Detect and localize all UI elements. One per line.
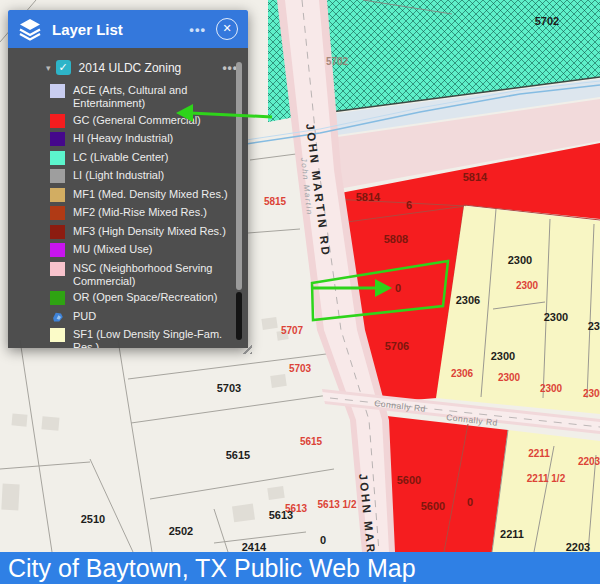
parcel-label: 5600 xyxy=(421,500,445,512)
app-title: City of Baytown, TX Public Web Map xyxy=(0,552,600,584)
or-swatch-icon xyxy=(50,291,65,305)
legend-item-mu[interactable]: MU (Mixed Use) xyxy=(50,243,248,258)
parcel-label: 2211 1/2 xyxy=(527,473,566,484)
parcel-label: 5702 xyxy=(326,56,349,67)
panel-title: Layer List xyxy=(52,21,189,38)
legend-item-mf1[interactable]: MF1 (Med. Density Mixed Res.) xyxy=(50,188,248,203)
parcel-label: 5615 xyxy=(226,449,250,461)
parcel-label: 2203 xyxy=(578,456,600,467)
panel-menu-button[interactable]: ••• xyxy=(189,22,206,37)
mf1-swatch-icon xyxy=(50,188,65,202)
legend-list: ACE (Arts, Cultural and Entertainment)GC… xyxy=(8,84,248,348)
parcel-label: 2300 xyxy=(588,320,600,332)
hi-swatch-icon xyxy=(50,132,65,146)
parcel-label: 5706 xyxy=(385,340,409,352)
parcel-label: 2300 xyxy=(540,383,563,394)
layers-icon xyxy=(18,17,42,41)
layer-list-panel: Layer List ••• ✕ ▾ ✓ 2014 ULDC Zoning ••… xyxy=(8,10,248,348)
legend-item-hi[interactable]: HI (Heavy Industrial) xyxy=(50,132,248,147)
legend-label: OR (Open Space/Recreation) xyxy=(73,291,217,304)
layer-checkbox[interactable]: ✓ xyxy=(56,60,71,75)
legend-item-mf3[interactable]: MF3 (High Density Mixed Res.) xyxy=(50,225,248,240)
parcel-label: 5707 xyxy=(281,325,304,336)
parcel-label: 5814 xyxy=(463,171,488,183)
parcel-label: 5613 1/2 xyxy=(318,499,357,510)
scrollbar-thumb[interactable] xyxy=(236,62,242,290)
mf2-swatch-icon xyxy=(50,206,65,220)
layer-list-header[interactable]: Layer List ••• ✕ xyxy=(8,10,248,48)
layer-name: 2014 ULDC Zoning xyxy=(79,61,223,75)
parcel-label: 2300 xyxy=(491,350,515,362)
parcel-label: 2306 xyxy=(456,294,480,306)
parcel-label: 5702 xyxy=(535,15,559,27)
legend-item-pud[interactable]: PUD xyxy=(50,310,248,325)
parcel-label: 2300 xyxy=(583,388,600,399)
parcel-label: 5615 xyxy=(300,436,323,447)
legend-item-ace[interactable]: ACE (Arts, Cultural and Entertainment) xyxy=(50,84,248,110)
legend-label: MF2 (Mid-Rise Mixed Res.) xyxy=(73,206,207,219)
pud-swatch-icon xyxy=(50,310,65,324)
legend-label: MF3 (High Density Mixed Res.) xyxy=(73,225,226,238)
parcel-label: 2306 xyxy=(451,368,474,379)
parcel-label: 5815 xyxy=(264,196,287,207)
layer-row-2014-uldc-zoning[interactable]: ▾ ✓ 2014 ULDC Zoning ••• xyxy=(8,48,248,75)
pud-icon xyxy=(50,310,65,324)
parcel-label: 5814 xyxy=(356,191,381,203)
legend-label: PUD xyxy=(73,310,96,323)
parcel-label: 2300 xyxy=(508,254,532,266)
legend-item-gc[interactable]: GC (General Commercial) xyxy=(50,114,248,129)
legend-item-sf1[interactable]: SF1 (Low Density Single-Fam. Res.) xyxy=(50,328,248,348)
legend-label: LI (Light Industrial) xyxy=(73,169,164,182)
parcel-label: 5703 xyxy=(289,363,312,374)
legend-label: MU (Mixed Use) xyxy=(73,243,152,256)
ace-swatch-icon xyxy=(50,84,65,98)
legend-item-li[interactable]: LI (Light Industrial) xyxy=(50,169,248,184)
mf3-swatch-icon xyxy=(50,225,65,239)
parcel-label: 5808 xyxy=(384,233,408,245)
nsc-swatch-icon xyxy=(50,262,65,276)
parcel-label: 6 xyxy=(406,199,412,211)
parcel-label: 2300 xyxy=(498,372,521,383)
mu-swatch-icon xyxy=(50,243,65,257)
parcel-label: 0 xyxy=(320,534,326,546)
chevron-down-icon[interactable]: ▾ xyxy=(46,63,51,73)
legend-label: MF1 (Med. Density Mixed Res.) xyxy=(73,188,228,201)
sf1-swatch-icon xyxy=(50,328,65,342)
legend-label: GC (General Commercial) xyxy=(73,114,201,127)
parcel-label: 2211 xyxy=(528,448,550,459)
parcel-label: 5600 xyxy=(397,474,421,486)
legend-label: NSC (Neighborhood Serving Commercial) xyxy=(73,262,231,288)
parcel-label: 2510 xyxy=(81,513,105,525)
legend-item-nsc[interactable]: NSC (Neighborhood Serving Commercial) xyxy=(50,262,248,288)
lc-swatch-icon xyxy=(50,151,65,165)
legend-item-lc[interactable]: LC (Livable Center) xyxy=(50,151,248,166)
parcel-label: 2300 xyxy=(544,311,568,323)
legend-label: HI (Heavy Industrial) xyxy=(73,132,173,145)
parcel-label: 5703 xyxy=(217,382,241,394)
parcel-label: 0 xyxy=(395,282,401,294)
legend-label: ACE (Arts, Cultural and Entertainment) xyxy=(73,84,231,110)
parcel-label: 2300 xyxy=(516,280,539,291)
legend-label: LC (Livable Center) xyxy=(73,151,168,164)
parcel-label: 5613 xyxy=(269,509,293,521)
parcel-label: 2203 xyxy=(566,541,590,552)
legend-item-mf2[interactable]: MF2 (Mid-Rise Mixed Res.) xyxy=(50,206,248,221)
footer-bar: City of Baytown, TX Public Web Map xyxy=(0,552,600,584)
parcel-label: 0 xyxy=(467,496,473,508)
parcel-label: 2502 xyxy=(169,525,193,537)
legend-item-or[interactable]: OR (Open Space/Recreation) xyxy=(50,291,248,306)
li-swatch-icon xyxy=(50,169,65,183)
parcel-label: 2414 xyxy=(242,541,267,552)
layer-list-body: ▾ ✓ 2014 ULDC Zoning ••• ACE (Arts, Cult… xyxy=(8,48,248,348)
gc-swatch-icon xyxy=(50,114,65,128)
close-icon[interactable]: ✕ xyxy=(216,18,238,40)
legend-label: SF1 (Low Density Single-Fam. Res.) xyxy=(73,328,231,348)
parcel-label: 2211 xyxy=(500,528,524,540)
scrollbar-track[interactable] xyxy=(236,292,242,340)
